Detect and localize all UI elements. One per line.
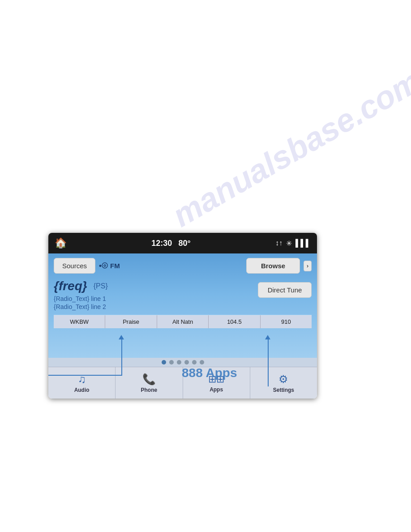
audio-label: Audio — [74, 387, 90, 393]
status-right: ↕↑ ✳ ▌▌▌ — [275, 239, 311, 248]
main-area-wrap: Sources •⦾ FM Browse › {freq} {PS} {Radi… — [48, 253, 317, 358]
dot-1 — [162, 360, 166, 365]
preset-5[interactable]: 910 — [261, 315, 312, 328]
preset-4[interactable]: 104.5 — [209, 315, 260, 328]
dot-4 — [184, 360, 189, 365]
settings-gear-icon: ⚙ — [278, 373, 288, 386]
scroll-right-button[interactable]: › — [304, 261, 312, 271]
page-dots-row — [48, 358, 317, 367]
apps-annotation-label: 888 Apps — [182, 366, 237, 380]
nav-settings[interactable]: ⚙ Settings — [250, 367, 317, 399]
annotation-arrow-right — [265, 335, 270, 339]
home-icon[interactable]: 🏠 — [55, 237, 67, 249]
fm-text: FM — [110, 262, 120, 270]
annotation-horiz-line — [48, 375, 122, 376]
fm-radio-icon: •⦾ — [99, 262, 108, 270]
top-controls-row: Sources •⦾ FM Browse › — [54, 258, 312, 274]
dot-5 — [192, 360, 197, 365]
watermark: manualsbase.com — [166, 62, 411, 234]
main-area: Sources •⦾ FM Browse › {freq} {PS} {Radi… — [48, 253, 317, 358]
signal-bars-icon: ▌▌▌ — [295, 239, 311, 247]
dot-2 — [169, 360, 174, 365]
frequency-display: {freq} — [54, 279, 87, 293]
settings-star-icon: ✳ — [286, 239, 292, 248]
annotation-arrow-left — [119, 335, 124, 339]
ps-display: {PS} — [94, 282, 108, 290]
dot-6 — [200, 360, 204, 365]
dot-3 — [177, 360, 181, 365]
nav-phone[interactable]: 📞 Phone — [116, 367, 183, 399]
annotation-line-right — [268, 337, 269, 386]
temperature-display: 80° — [178, 239, 190, 248]
settings-label: Settings — [273, 387, 294, 393]
annotation-line-left — [121, 337, 122, 375]
phone-label: Phone — [141, 387, 158, 393]
status-center: 12:30 80° — [151, 239, 190, 248]
fm-label: •⦾ FM — [99, 262, 243, 270]
time-display: 12:30 — [151, 239, 172, 248]
phone-icon: 📞 — [142, 373, 156, 386]
radio-text-line2: {Radio_Text} line 2 — [54, 303, 312, 310]
apps-label: Apps — [210, 386, 223, 393]
preset-row: WKBW Praise Alt Natn 104.5 910 — [54, 315, 312, 328]
preset-1[interactable]: WKBW — [54, 315, 105, 328]
preset-3[interactable]: Alt Natn — [157, 315, 209, 328]
preset-2[interactable]: Praise — [105, 315, 157, 328]
direct-tune-button[interactable]: Direct Tune — [258, 282, 312, 298]
right-buttons: Direct Tune — [258, 279, 312, 298]
status-bar: 🏠 12:30 80° ↕↑ ✳ ▌▌▌ — [48, 233, 317, 253]
browse-button[interactable]: Browse — [246, 258, 300, 274]
sources-button[interactable]: Sources — [54, 258, 95, 274]
nav-audio[interactable]: ♫ Audio — [48, 367, 116, 399]
transfer-icon: ↕↑ — [275, 239, 283, 247]
